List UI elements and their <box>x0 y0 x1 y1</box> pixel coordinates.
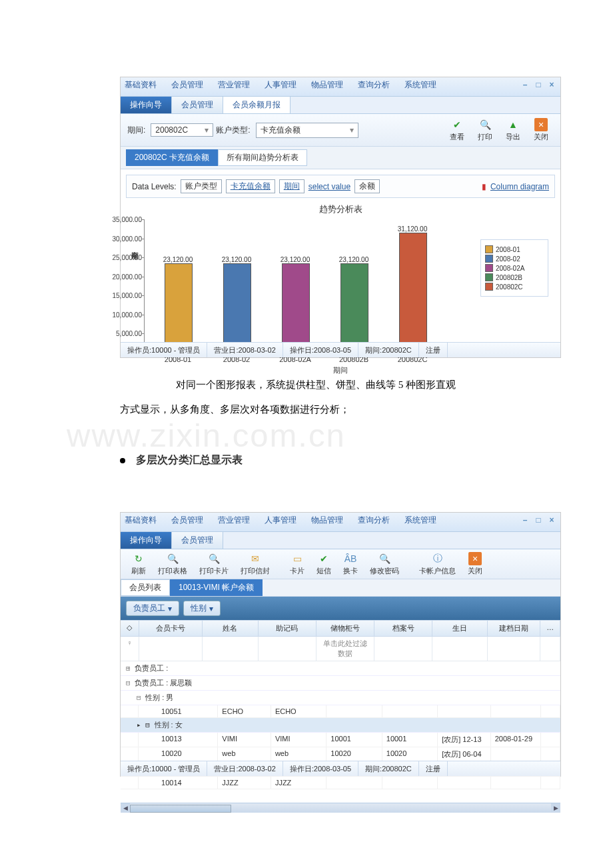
scroll-left-icon[interactable]: ◀ <box>121 803 130 813</box>
select-value-link[interactable]: select value <box>308 182 350 191</box>
scroll-thumb[interactable] <box>130 805 231 813</box>
card-icon: ▭ <box>291 552 304 565</box>
menu-member[interactable]: 会员管理 <box>171 79 203 94</box>
envelope-icon: ✉ <box>249 552 262 565</box>
col-card[interactable]: 会员卡号 <box>139 621 203 636</box>
bullet-text: 多层次分类汇总显示表 <box>136 453 243 467</box>
group-gender-female[interactable]: ▸ ⊟ 性别 : 女 <box>121 718 560 733</box>
group-by-row: 负责员工▾ 性别▾ <box>121 597 560 620</box>
swap-card-button[interactable]: ÂB换卡 <box>338 552 363 576</box>
col-locker[interactable]: 储物柜号 <box>316 621 374 636</box>
group-staff-empty[interactable]: ⊞ 负责员工 : <box>121 661 560 676</box>
data-levels-label: Data Levels: <box>132 182 177 191</box>
print-icon: 🔍 <box>478 118 492 131</box>
export-icon: ▲ <box>506 118 520 131</box>
menu2-system[interactable]: 系统管理 <box>404 515 436 529</box>
subtab-account-detail[interactable]: 10013-VIMI 帐户余额 <box>170 579 263 596</box>
print-card-button[interactable]: 🔍打印卡片 <box>194 552 234 576</box>
status2-operator: 操作员:10000 - 管理员 <box>121 761 207 776</box>
account-info-button[interactable]: ⓘ卡帐户信息 <box>414 552 461 576</box>
status-bar: 操作员:10000 - 管理员 营业日:2008-03-02 操作日:2008-… <box>121 342 560 357</box>
tab-balance-report[interactable]: 会员余额月报 <box>223 97 291 113</box>
menu2-biz[interactable]: 营业管理 <box>218 515 250 529</box>
close-icon-2[interactable]: × <box>547 515 556 525</box>
level-balance[interactable]: 余额 <box>354 179 380 193</box>
column-diagram-link[interactable]: Column diagram <box>490 182 549 191</box>
period-dropdown[interactable]: 200802C <box>151 123 213 137</box>
col-create-date[interactable]: 建档日期 <box>488 621 540 636</box>
horizontal-scrollbar[interactable]: ◀ ▶ <box>121 803 560 813</box>
export-button[interactable]: ▲导出 <box>500 118 526 142</box>
table-row[interactable]: 10020webweb1002010020[农历] 06-04 <box>121 747 560 762</box>
col-code[interactable]: 助记码 <box>259 621 316 636</box>
status-operator: 操作员:10000 - 管理员 <box>121 343 207 357</box>
menu2-base[interactable]: 基础资料 <box>125 515 157 529</box>
print-table-button[interactable]: 🔍打印表格 <box>153 552 193 576</box>
account-type-dropdown[interactable]: 卡充值余额 <box>256 123 358 138</box>
close-button[interactable]: ×关闭 <box>528 118 554 142</box>
table-row[interactable]: 10014JJZZJJZZ <box>121 777 560 789</box>
status-bar-2: 操作员:10000 - 管理员 营业日:2008-03-02 操作日:2008-… <box>121 761 560 776</box>
menu-base[interactable]: 基础资料 <box>125 79 157 94</box>
tab2-nav[interactable]: 操作向导 <box>121 532 172 549</box>
menu-goods[interactable]: 物品管理 <box>311 79 343 94</box>
status-op-date: 操作日:2008-03-05 <box>283 343 358 357</box>
menu-query[interactable]: 查询分析 <box>358 79 390 94</box>
level-account-type[interactable]: 账户类型 <box>181 179 222 193</box>
refresh-button[interactable]: ↻刷新 <box>126 552 151 576</box>
maximize-icon-2[interactable]: □ <box>534 515 543 525</box>
menu-biz[interactable]: 营业管理 <box>218 79 250 94</box>
sms-button[interactable]: ✔短信 <box>311 552 336 576</box>
card-button[interactable]: ▭卡片 <box>285 552 310 576</box>
chevron-down-icon: ▾ <box>168 604 172 613</box>
screenshot-chart-report: 基础资料 会员管理 营业管理 人事管理 物品管理 查询分析 系统管理 – □ ×… <box>120 77 561 358</box>
menu2-query[interactable]: 查询分析 <box>358 515 390 529</box>
menu2-hr[interactable]: 人事管理 <box>265 515 297 529</box>
subtab-trend[interactable]: 所有期间趋势分析表 <box>218 149 307 166</box>
menu-system[interactable]: 系统管理 <box>404 79 436 94</box>
col-file[interactable]: 档案号 <box>374 621 432 636</box>
data-levels-bar: Data Levels: 账户类型 卡充值余额 期间 select value … <box>126 175 555 198</box>
grid-filter-row[interactable]: ♀ 单击此处过滤数据 <box>121 637 560 661</box>
period-label: 期间: <box>127 125 145 136</box>
view-button[interactable]: ✔查看 <box>444 118 470 142</box>
close-icon[interactable]: × <box>547 80 556 89</box>
close-button-2[interactable]: ×关闭 <box>462 552 488 576</box>
tab-member-mgmt[interactable]: 会员管理 <box>172 97 223 113</box>
print-button[interactable]: 🔍打印 <box>472 118 498 142</box>
maximize-icon[interactable]: □ <box>534 80 543 89</box>
group-pill-staff[interactable]: 负责员工▾ <box>126 601 179 616</box>
group-pill-gender[interactable]: 性别▾ <box>183 601 221 616</box>
col-name[interactable]: 姓名 <box>203 621 258 636</box>
grid-header: ◇ 会员卡号 姓名 助记码 储物柜号 档案号 生日 建档日期 … <box>121 620 560 637</box>
level-card-balance[interactable]: 卡充值余额 <box>226 179 275 193</box>
status2-period: 期间:200802C <box>358 761 419 776</box>
group-staff-zhan[interactable]: ⊟ 负责员工 : 展思颖 <box>121 676 560 691</box>
col-birthday[interactable]: 生日 <box>432 621 488 636</box>
group-gender-male[interactable]: ⊟ 性别 : 男 <box>121 691 560 705</box>
menu-hr[interactable]: 人事管理 <box>265 79 297 94</box>
refresh-icon: ↻ <box>132 552 145 565</box>
menu2-goods[interactable]: 物品管理 <box>311 515 343 529</box>
menu2-member[interactable]: 会员管理 <box>171 515 203 529</box>
minimize-icon-2[interactable]: – <box>520 515 530 525</box>
watermark: www.zixin.com.cn <box>67 417 346 454</box>
tab2-mgmt[interactable]: 会员管理 <box>172 532 223 549</box>
print-card-icon: 🔍 <box>207 552 221 565</box>
scroll-right-icon[interactable]: ▶ <box>551 803 560 813</box>
print-envelope-button[interactable]: ✉打印信封 <box>235 552 275 576</box>
status-biz-date: 营业日:2008-03-02 <box>207 343 283 357</box>
level-period[interactable]: 期间 <box>279 179 305 193</box>
minimize-icon[interactable]: – <box>520 80 530 89</box>
table-row[interactable]: 10013VIMIVIMI1000110001[农历] 12-132008-01… <box>121 733 560 747</box>
table-row[interactable]: 10051 ECHO ECHO <box>121 705 560 718</box>
chart-plot: 0.005,000.0010,000.0015,000.0020,000.002… <box>144 219 475 353</box>
password-button[interactable]: 🔍修改密码 <box>364 552 404 576</box>
bullet-heading: 多层次分类汇总显示表 <box>120 453 243 467</box>
tab-strip-2: 操作向导 会员管理 <box>121 532 560 549</box>
close-x-icon: × <box>534 118 548 131</box>
subtab-member-list[interactable]: 会员列表 <box>121 579 170 596</box>
chart-legend: 2008-012008-022008-02A200802B200802C <box>480 239 548 297</box>
subtab-current[interactable]: 200802C 卡充值余额 <box>126 149 218 166</box>
tab-nav[interactable]: 操作向导 <box>121 97 172 113</box>
